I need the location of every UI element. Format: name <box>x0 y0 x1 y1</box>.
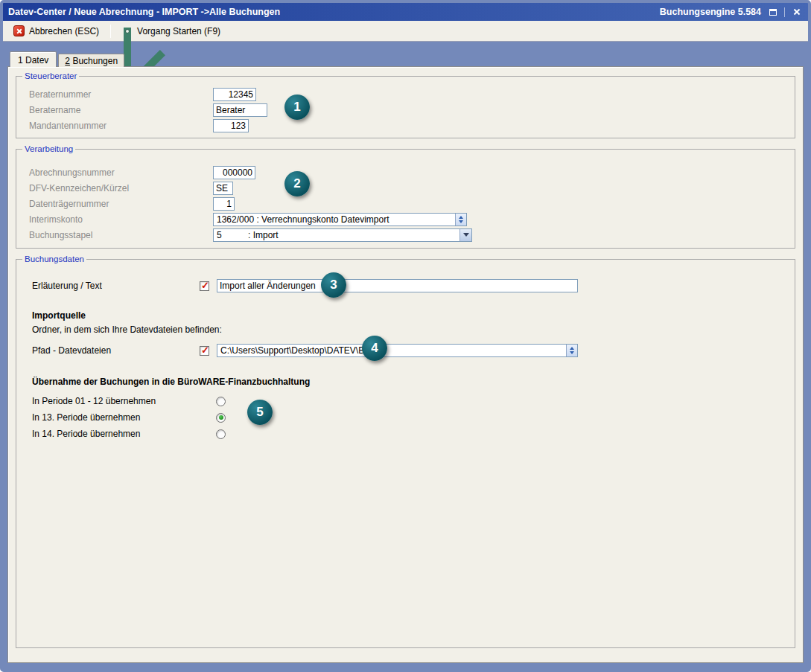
periode-13-label: In 13. Periode übernehmen <box>32 412 216 423</box>
annotation-badge-2: 2 <box>284 171 310 196</box>
buchungsstapel-row: Buchungsstapel 5 : Import <box>16 227 795 243</box>
periode-14-row: In 14. Periode übernehmen <box>16 429 795 439</box>
buchungsstapel-text: : Import <box>248 229 459 241</box>
periode-01-12-row: In Periode 01 - 12 übernehmen <box>16 396 795 406</box>
title-bar: Datev-Center / Neue Abrechnung - IMPORT … <box>3 3 808 21</box>
annotation-badge-4: 4 <box>362 336 387 361</box>
erlaeuterung-checkbox[interactable] <box>200 281 209 291</box>
fieldset-steuerberater: Steuerberater Beraternummer Beratername … <box>16 76 795 138</box>
abrechnungsnummer-label: Abrechnungsnummer <box>29 167 213 178</box>
pfad-spinner[interactable] <box>566 345 577 356</box>
mandantennummer-input[interactable] <box>213 119 249 132</box>
dfv-kennzeichen-input[interactable] <box>213 182 233 195</box>
close-button[interactable] <box>790 6 803 18</box>
beratername-row: Beratername <box>16 102 795 118</box>
erlaeuterung-label: Erläuterung / Text <box>32 281 200 291</box>
cancel-button[interactable]: Abbrechen (ESC) <box>7 22 106 39</box>
beraternummer-input[interactable] <box>213 88 256 101</box>
window: Datev-Center / Neue Abrechnung - IMPORT … <box>0 0 811 672</box>
abrechnungsnummer-input[interactable] <box>213 166 255 179</box>
tab-datev-label: 1 Datev <box>18 55 48 65</box>
beratername-label: Beratername <box>29 105 213 115</box>
erlaeuterung-row: Erläuterung / Text <box>16 279 795 292</box>
datentraegernummer-input[interactable] <box>213 197 235 211</box>
titlebar-divider <box>784 7 785 17</box>
maximize-icon <box>769 9 777 16</box>
periode-01-12-radio[interactable] <box>216 397 226 406</box>
tab-panel: Steuerberater Beraternummer Beratername … <box>7 66 804 663</box>
tab-buchungen[interactable]: 2 Buchungen <box>58 54 124 67</box>
annotation-badge-1: 1 <box>284 95 310 120</box>
interimskonto-value: 1362/000 : Verrechnungskonto Datevimport <box>214 214 455 225</box>
window-title: Datev-Center / Neue Abrechnung - IMPORT … <box>8 7 660 17</box>
periode-14-label: In 14. Periode übernehmen <box>32 429 216 439</box>
buchungsstapel-label: Buchungsstapel <box>29 230 213 240</box>
interimskonto-label: Interimskonto <box>29 214 213 225</box>
datentraegernummer-label: Datenträgernummer <box>29 199 213 209</box>
cancel-icon <box>13 25 25 36</box>
toolbar-separator <box>110 25 111 38</box>
pfad-label: Pfad - Datevdateien <box>32 345 200 356</box>
fieldset-verarbeitung: Verarbeitung Abrechnungsnummer DFV-Kennz… <box>16 149 795 249</box>
start-button[interactable]: Vorgang Starten (F9) <box>115 23 227 39</box>
dfv-kennzeichen-label: DFV-Kennzeichen/Kürzel <box>29 183 213 193</box>
tab-strip: 1 Datev 2 Buchungen <box>10 51 804 66</box>
datentraegernummer-row: Datenträgernummer <box>16 196 795 211</box>
uebernahme-heading: Übernahme der Buchungen in die BüroWARE-… <box>16 377 795 387</box>
buchungsstapel-select[interactable]: 5 : Import <box>213 228 472 242</box>
mandantennummer-label: Mandantennummer <box>29 121 213 131</box>
annotation-badge-3: 3 <box>321 272 346 298</box>
erlaeuterung-input[interactable] <box>217 279 578 292</box>
beraternummer-row: Beraternummer <box>16 86 795 102</box>
periode-13-row: In 13. Periode übernehmen <box>16 412 795 423</box>
beraternummer-label: Beraternummer <box>29 89 213 100</box>
window-body: 1 Datev 2 Buchungen Steuerberater Berate… <box>3 42 808 669</box>
fieldset-steuerberater-legend: Steuerberater <box>22 71 79 81</box>
fieldset-buchungsdaten: Buchungsdaten Erläuterung / Text Importq… <box>16 259 795 648</box>
fieldset-verarbeitung-legend: Verarbeitung <box>22 144 75 154</box>
app-version: Buchungsengine 5.584 <box>660 7 761 17</box>
abrechnungsnummer-row: Abrechnungsnummer <box>16 164 795 180</box>
buchungsstapel-dropdown-button[interactable] <box>459 229 471 241</box>
cancel-button-label: Abbrechen (ESC) <box>29 26 99 36</box>
interimskonto-row: Interimskonto 1362/000 : Verrechnungskon… <box>16 211 795 227</box>
pfad-input-group[interactable]: C:\Users\Support\Desktop\DATEV\B1 <box>217 344 578 357</box>
importquelle-hint: Ordner, in dem sich Ihre Datevdateien be… <box>16 324 795 335</box>
periode-01-12-label: In Periode 01 - 12 übernehmen <box>32 396 216 406</box>
periode-13-radio[interactable] <box>216 413 226 423</box>
mandantennummer-row: Mandantennummer <box>16 118 795 133</box>
title-bar-right: Buchungsengine 5.584 <box>660 6 803 18</box>
close-icon <box>793 8 800 16</box>
pfad-checkbox[interactable] <box>200 346 209 356</box>
fieldset-buchungsdaten-legend: Buchungsdaten <box>22 255 86 264</box>
toolbar: Abbrechen (ESC) Vorgang Starten (F9) <box>3 21 808 42</box>
maximize-button[interactable] <box>766 6 779 18</box>
beratername-input[interactable] <box>213 103 267 117</box>
buchungsstapel-number: 5 <box>214 229 248 241</box>
importquelle-heading: Importquelle <box>16 310 795 321</box>
annotation-badge-5: 5 <box>247 400 273 425</box>
dfv-kennzeichen-row: DFV-Kennzeichen/Kürzel <box>16 180 795 196</box>
pfad-value: C:\Users\Support\Desktop\DATEV\B1 <box>217 345 566 356</box>
start-button-label: Vorgang Starten (F9) <box>137 26 220 36</box>
interimskonto-spinner[interactable] <box>455 214 466 225</box>
tab-buchungen-label: Buchungen <box>70 56 118 66</box>
interimskonto-select[interactable]: 1362/000 : Verrechnungskonto Datevimport <box>213 213 467 226</box>
periode-14-radio[interactable] <box>216 429 226 439</box>
pfad-row: Pfad - Datevdateien C:\Users\Support\Des… <box>16 344 795 357</box>
start-gear-icon <box>122 26 133 36</box>
tab-datev[interactable]: 1 Datev <box>10 51 57 67</box>
